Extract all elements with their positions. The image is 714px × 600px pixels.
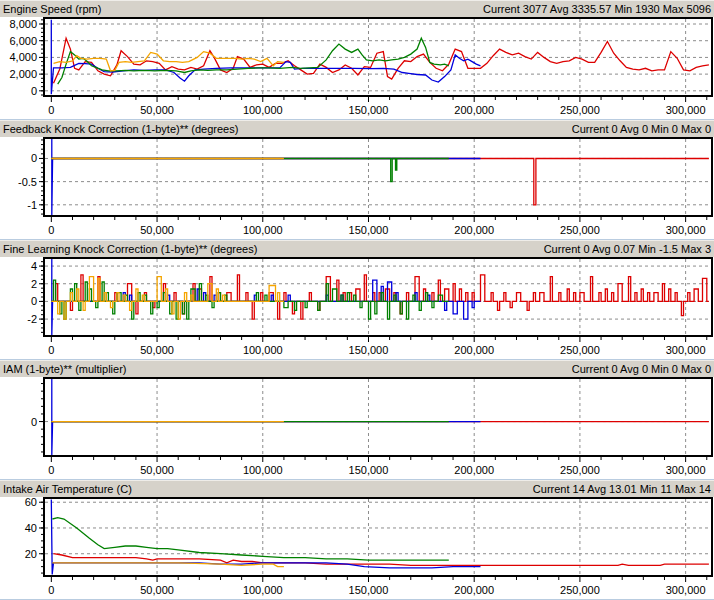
plot-frame <box>44 378 712 456</box>
x-tick-label: 200,000 <box>454 464 494 476</box>
x-tick-label: 50,000 <box>140 344 174 356</box>
panel-engine-speed: Engine Speed (rpm) Current 3077 Avg 3335… <box>0 0 714 120</box>
x-tick-label: 300,000 <box>666 224 706 236</box>
x-tick-label: 150,000 <box>349 104 389 116</box>
x-tick-label: 100,000 <box>243 344 283 356</box>
x-tick-label: 150,000 <box>349 344 389 356</box>
feedback-knock-plot[interactable]: 0-0.5-1050,000100,000150,000200,000250,0… <box>0 137 714 240</box>
x-tick-label: 0 <box>48 104 54 116</box>
x-tick-label: 100,000 <box>243 104 283 116</box>
panel-titlebar: Fine Learning Knock Correction (1-byte)*… <box>0 240 714 257</box>
x-tick-label: 50,000 <box>140 224 174 236</box>
panel-title: Intake Air Temperature (C) <box>0 483 132 495</box>
panel-stats: Current 14 Avg 13.01 Min 11 Max 14 <box>533 483 714 495</box>
y-tick-label: 40 <box>25 522 37 534</box>
x-tick-label: 300,000 <box>666 344 706 356</box>
panel-titlebar: Intake Air Temperature (C) Current 14 Av… <box>0 480 714 497</box>
x-tick-label: 250,000 <box>560 224 600 236</box>
iam-plot[interactable]: 0050,000100,000150,000200,000250,000300,… <box>0 377 714 480</box>
panel-stats: Current 0 Avg 0 Min 0 Max 0 <box>572 363 714 375</box>
panel-iam: IAM (1-byte)** (multiplier) Current 0 Av… <box>0 360 714 480</box>
x-tick-label: 300,000 <box>666 104 706 116</box>
y-tick-label: 8,000 <box>9 18 37 30</box>
panel-title: IAM (1-byte)** (multiplier) <box>0 363 126 375</box>
y-tick-label: 0 <box>31 152 37 164</box>
x-tick-label: 50,000 <box>140 584 174 596</box>
y-tick-label: 4 <box>31 260 37 272</box>
x-tick-label: 300,000 <box>666 464 706 476</box>
x-tick-label: 250,000 <box>560 104 600 116</box>
x-tick-label: 200,000 <box>454 104 494 116</box>
x-tick-label: 50,000 <box>140 464 174 476</box>
fine-learning-knock-plot[interactable]: 420-2050,000100,000150,000200,000250,000… <box>0 257 714 360</box>
panel-title: Fine Learning Knock Correction (1-byte)*… <box>0 243 257 255</box>
panel-feedback-knock-correction: Feedback Knock Correction (1-byte)** (de… <box>0 120 714 240</box>
y-tick-label: 4,000 <box>9 51 37 63</box>
panel-stats: Current 0 Avg 0 Min 0 Max 0 <box>572 123 714 135</box>
x-tick-label: 50,000 <box>140 104 174 116</box>
y-tick-label: -0.5 <box>18 176 37 188</box>
y-tick-label: 60 <box>25 497 37 508</box>
y-tick-label: 6,000 <box>9 35 37 47</box>
x-tick-label: 200,000 <box>454 344 494 356</box>
panel-titlebar: IAM (1-byte)** (multiplier) Current 0 Av… <box>0 360 714 377</box>
x-tick-label: 0 <box>48 584 54 596</box>
x-tick-label: 250,000 <box>560 344 600 356</box>
x-tick-label: 100,000 <box>243 464 283 476</box>
panel-titlebar: Engine Speed (rpm) Current 3077 Avg 3335… <box>0 0 714 17</box>
panel-title: Engine Speed (rpm) <box>0 3 101 15</box>
y-tick-label: 20 <box>25 548 37 560</box>
y-tick-label: -2 <box>27 313 37 325</box>
y-tick-label: 0 <box>31 295 37 307</box>
x-tick-label: 0 <box>48 344 54 356</box>
panel-titlebar: Feedback Knock Correction (1-byte)** (de… <box>0 120 714 137</box>
x-tick-label: 0 <box>48 464 54 476</box>
panel-stats: Current 3077 Avg 3335.57 Min 1930 Max 50… <box>483 3 714 15</box>
x-tick-label: 200,000 <box>454 224 494 236</box>
engine-speed-plot[interactable]: 8,0006,0004,0002,0000050,000100,000150,0… <box>0 17 714 120</box>
graph-stack: Engine Speed (rpm) Current 3077 Avg 3335… <box>0 0 714 600</box>
panel-fine-learning-knock-correction: Fine Learning Knock Correction (1-byte)*… <box>0 240 714 360</box>
y-tick-label: 0 <box>31 416 37 428</box>
x-tick-label: 150,000 <box>349 224 389 236</box>
intake-air-temp-plot[interactable]: 604020050,000100,000150,000200,000250,00… <box>0 497 714 600</box>
x-tick-label: 300,000 <box>666 584 706 596</box>
panel-title: Feedback Knock Correction (1-byte)** (de… <box>0 123 238 135</box>
x-tick-label: 250,000 <box>560 584 600 596</box>
x-tick-label: 150,000 <box>349 464 389 476</box>
x-tick-label: 100,000 <box>243 224 283 236</box>
x-tick-label: 200,000 <box>454 584 494 596</box>
panel-intake-air-temperature: Intake Air Temperature (C) Current 14 Av… <box>0 480 714 600</box>
x-tick-label: 250,000 <box>560 464 600 476</box>
y-tick-label: 2 <box>31 278 37 290</box>
x-tick-label: 0 <box>48 224 54 236</box>
plot-frame <box>44 138 712 216</box>
y-tick-label: 2,000 <box>9 68 37 80</box>
panel-stats: Current 0 Avg 0.07 Min -1.5 Max 3 <box>544 243 714 255</box>
x-tick-label: 100,000 <box>243 584 283 596</box>
x-tick-label: 150,000 <box>349 584 389 596</box>
y-tick-label: -1 <box>27 199 37 211</box>
y-tick-label: 0 <box>31 85 37 97</box>
